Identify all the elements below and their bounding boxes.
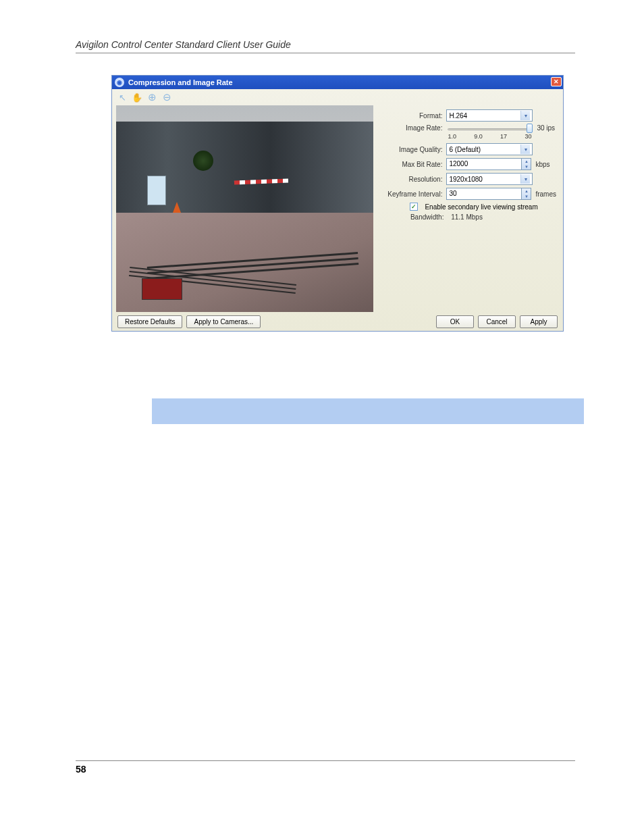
highlight-band <box>152 398 584 424</box>
image-quality-select[interactable]: 6 (Default) ▾ <box>446 143 533 155</box>
page-header: Avigilon Control Center Standard Client … <box>76 39 575 53</box>
keyframe-interval-label: Keyframe Interval: <box>383 190 442 198</box>
bandwidth-readout: Bandwidth: 11.1 Mbps <box>383 213 556 221</box>
page-number: 58 <box>76 760 575 775</box>
dialog-footer: Restore Defaults Apply to Cameras... OK … <box>112 312 563 331</box>
zoom-in-icon[interactable]: ⊕ <box>146 91 158 103</box>
resolution-label: Resolution: <box>383 176 442 183</box>
max-bit-rate-unit: kbps <box>535 161 549 168</box>
slider-thumb[interactable] <box>527 124 533 133</box>
pan-icon[interactable]: ✋ <box>131 91 143 103</box>
apply-button[interactable]: Apply <box>520 315 558 328</box>
apply-to-cameras-button[interactable]: Apply to Cameras... <box>186 315 261 328</box>
close-icon[interactable]: ✕ <box>551 77 562 86</box>
max-bit-rate-input[interactable]: 12000 <box>446 158 522 170</box>
window-title: Compression and Image Rate <box>128 78 233 86</box>
image-quality-label: Image Quality: <box>383 146 442 153</box>
secondary-stream-checkbox[interactable]: ✓ <box>410 203 418 211</box>
format-select[interactable]: H.264 ▾ <box>446 109 533 122</box>
max-bit-rate-label: Max Bit Rate: <box>383 161 442 168</box>
image-rate-label: Image Rate: <box>383 124 442 132</box>
toolbar: ↖ ✋ ⊕ ⊖ <box>112 89 563 105</box>
chevron-down-icon: ▾ <box>520 111 530 120</box>
keyframe-interval-input[interactable]: 30 <box>446 188 522 200</box>
titlebar: ◉ Compression and Image Rate ✕ <box>112 76 563 89</box>
image-rate-slider[interactable]: 1.0 9.0 17 30 <box>446 124 533 140</box>
resolution-select[interactable]: 1920x1080 ▾ <box>446 173 533 185</box>
camera-preview <box>116 105 373 312</box>
format-label: Format: <box>383 112 442 120</box>
restore-defaults-button[interactable]: Restore Defaults <box>117 315 182 328</box>
app-icon: ◉ <box>115 78 124 87</box>
settings-form: Format: H.264 ▾ Image Rate: 1.0 9.0 17 3… <box>373 105 563 312</box>
chevron-down-icon: ▾ <box>520 174 530 184</box>
max-bit-rate-spinner[interactable]: ▲▼ <box>522 158 531 170</box>
ok-button[interactable]: OK <box>436 315 474 328</box>
pointer-icon[interactable]: ↖ <box>116 91 128 103</box>
keyframe-unit: frames <box>535 190 556 198</box>
dialog-window: ◉ Compression and Image Rate ✕ ↖ ✋ ⊕ ⊖ F… <box>111 75 564 332</box>
secondary-stream-label: Enable secondary live viewing stream <box>425 203 537 211</box>
image-rate-value: 30 ips <box>537 124 555 132</box>
zoom-out-icon[interactable]: ⊖ <box>161 91 173 103</box>
chevron-down-icon: ▾ <box>520 145 530 154</box>
cancel-button[interactable]: Cancel <box>478 315 516 328</box>
keyframe-interval-spinner[interactable]: ▲▼ <box>522 188 531 200</box>
